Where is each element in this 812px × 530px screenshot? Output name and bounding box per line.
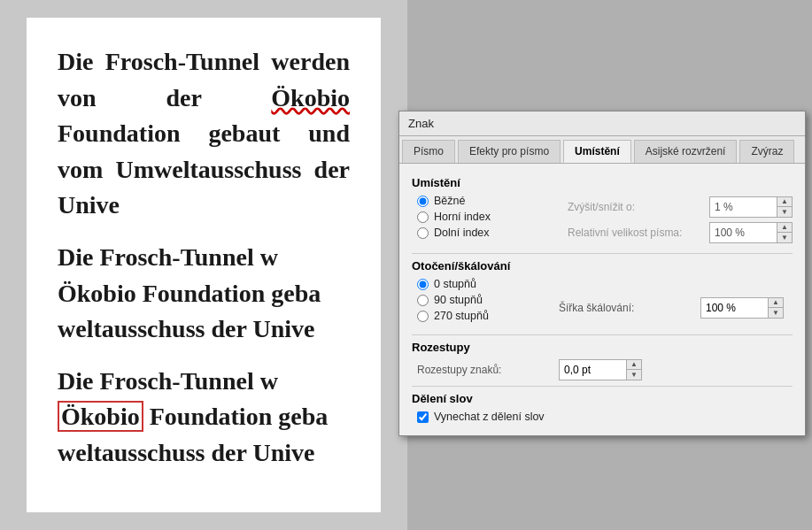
document-area: Die Frosch-Tunnel werden von der Öko­bio… <box>0 0 407 530</box>
text-normal-2c: weltausschuss der Unive <box>58 315 314 342</box>
field-zvysit-wrap: ▲ ▼ <box>709 196 793 218</box>
divider-2 <box>412 334 793 335</box>
field-relativni-input <box>710 225 777 241</box>
tab-pismo[interactable]: Písmo <box>402 140 455 163</box>
radio-270stupnu[interactable] <box>417 311 429 322</box>
field-sirka-wrap: ▲ ▼ <box>700 297 784 319</box>
paragraph-2: Die Frosch-Tunnel w Ökobio Foundation ge… <box>58 240 350 348</box>
field-zvysit-input <box>710 199 777 215</box>
spin-up-sirka[interactable]: ▲ <box>769 298 783 308</box>
checkbox-vynechat-row: Vynechat z dělení slov <box>417 411 793 423</box>
radio-dolni-row: Dolní index <box>417 227 491 239</box>
checkbox-vynechat[interactable] <box>417 411 429 423</box>
radio-90stupnu[interactable] <box>417 295 429 306</box>
field-relativni-label: Relativní velikost písma: <box>568 227 709 239</box>
spin-down-relativni[interactable]: ▼ <box>777 233 792 242</box>
text-okobio-squiggly: Öko­bio <box>271 84 350 111</box>
radio-0stupnu-row: 0 stupňů <box>417 278 489 290</box>
field-relativni-spinners: ▲ ▼ <box>777 223 792 242</box>
field-sirka-spinners: ▲ ▼ <box>768 298 783 318</box>
field-rozestupy-row: Rozestupy znaků: ▲ ▼ <box>417 359 793 380</box>
spin-up-relativni[interactable]: ▲ <box>777 223 792 233</box>
section-umisteni-title: Umístění <box>412 176 793 189</box>
radio-270stupnu-label: 270 stupňů <box>434 310 489 322</box>
section-otoceni-title: Otočení/škálování <box>412 259 793 273</box>
section-deleni-title: Dělení slov <box>412 392 793 405</box>
radio-270stupnu-row: 270 stupňů <box>417 310 489 322</box>
radio-0stupnu-label: 0 stupňů <box>434 278 476 290</box>
radio-bezne[interactable] <box>417 196 429 207</box>
field-sirka-input[interactable] <box>701 300 768 316</box>
radio-horni-label: Horní index <box>434 211 491 223</box>
radio-bezne-row: Běžné <box>417 195 491 207</box>
paragraph-1: Die Frosch-Tunnel werden von der Öko­bio… <box>58 44 350 224</box>
dialog-titlebar: Znak <box>399 111 805 136</box>
radio-horni-row: Horní index <box>417 211 491 223</box>
section-rozestupy-title: Rozestupy <box>412 341 793 354</box>
spin-up-zvysit[interactable]: ▲ <box>777 197 792 207</box>
field-zvysit-label: Zvýšit/snížit o: <box>568 201 709 213</box>
spin-down-sirka[interactable]: ▼ <box>769 308 783 318</box>
dialog-body: Umístění Běžné Horní index Dolní index <box>399 164 805 435</box>
field-relativni-row: Relativní velikost písma: ▲ ▼ <box>568 222 793 243</box>
checkbox-vynechat-label: Vynechat z dělení slov <box>434 411 545 423</box>
field-rozestupy-wrap: ▲ ▼ <box>559 359 642 380</box>
field-relativni-wrap: ▲ ▼ <box>709 222 793 243</box>
field-rozestupy-label: Rozestupy znaků: <box>417 364 559 376</box>
text-normal-3a: Die Frosch-Tunnel w <box>58 367 278 395</box>
dialog-title: Znak <box>408 117 434 130</box>
field-rozestupy-input[interactable] <box>560 362 626 378</box>
field-rozestupy-spinners: ▲ ▼ <box>626 360 641 380</box>
znak-dialog: Znak Písmo Efekty pro písmo Umístění Asi… <box>398 111 806 436</box>
document-page: Die Frosch-Tunnel werden von der Öko­bio… <box>27 18 381 512</box>
text-normal-3c: weltausschuss der Unive <box>58 439 314 466</box>
tab-vyrazy[interactable]: Zvýraz <box>739 140 794 163</box>
radio-90stupnu-row: 90 stupňů <box>417 294 489 306</box>
paragraph-3: Die Frosch-Tunnel w Ökobio Foundation ge… <box>58 364 350 472</box>
radio-0stupnu[interactable] <box>417 279 429 290</box>
text-okobio-highlighted: Ökobio <box>58 401 143 432</box>
tab-asijske[interactable]: Asijské rozvržení <box>634 140 738 163</box>
field-sirka-row: Šířka škálování: ▲ ▼ <box>559 297 784 319</box>
spin-down-zvysit[interactable]: ▼ <box>777 207 792 217</box>
text-normal-2b: Ökobio Foundation geba <box>58 280 321 307</box>
spin-up-rozestupy[interactable]: ▲ <box>627 360 641 370</box>
text-normal-3b: Foundation geba <box>143 403 329 430</box>
field-zvysit-row: Zvýšit/snížit o: ▲ ▼ <box>568 196 793 218</box>
divider-3 <box>412 386 793 387</box>
field-sirka-label: Šířka škálování: <box>559 302 700 314</box>
radio-dolni[interactable] <box>417 227 429 239</box>
umisteni-radio-group: Běžné Horní index Dolní index Zvýšit/sní… <box>417 195 793 248</box>
radio-dolni-label: Dolní index <box>434 227 490 239</box>
tab-efekty[interactable]: Efekty pro písmo <box>458 140 561 163</box>
tab-umisteni[interactable]: Umístění <box>563 140 631 163</box>
text-normal: Foundation gebaut und vom Um­weltausschu… <box>58 119 350 219</box>
otoceni-radio-group: 0 stupňů 90 stupňů 270 stupňů <box>417 278 489 326</box>
radio-bezne-label: Běžné <box>434 195 465 207</box>
spin-down-rozestupy[interactable]: ▼ <box>627 370 641 380</box>
radio-90stupnu-label: 90 stupňů <box>434 294 483 306</box>
dialog-tabs: Písmo Efekty pro písmo Umístění Asijské … <box>399 136 805 164</box>
divider-1 <box>412 253 793 254</box>
radio-horni[interactable] <box>417 211 429 223</box>
text-normal-2a: Die Frosch-Tunnel w <box>58 243 278 271</box>
field-zvysit-spinners: ▲ ▼ <box>777 197 792 217</box>
